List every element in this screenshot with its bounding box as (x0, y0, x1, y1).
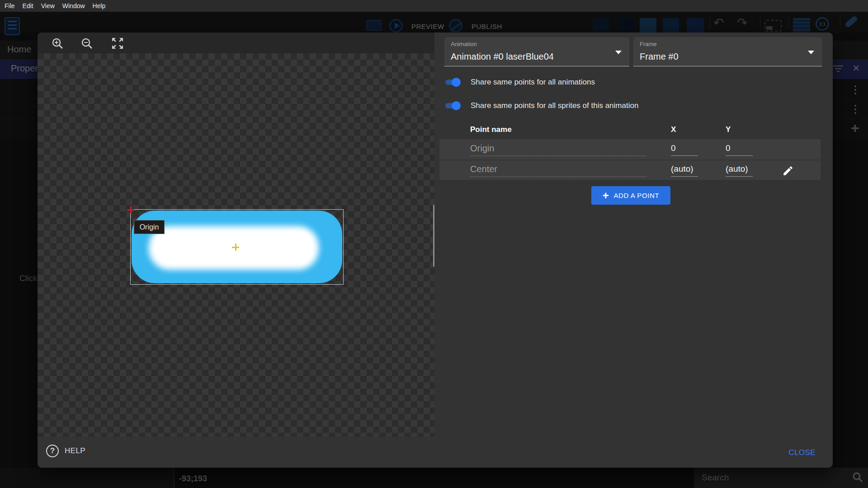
sprite-selection-box: Origin (130, 209, 344, 285)
menu-file[interactable]: File (5, 2, 15, 9)
frame-select-value: Frame #0 (640, 52, 679, 62)
point-name-field: Center (470, 164, 646, 177)
add-a-point-button[interactable]: + ADD A POINT (591, 186, 670, 205)
column-header-name: Point name (470, 125, 512, 134)
menu-bar: File Edit View Window Help (0, 0, 868, 12)
menu-edit[interactable]: Edit (23, 2, 33, 9)
share-points-all-animations-toggle[interactable] (444, 78, 461, 87)
point-x-input[interactable]: (auto) (671, 164, 698, 177)
point-y-input[interactable]: (auto) (726, 164, 753, 177)
points-controls-pane: Animation Animation #0 laserBlue04 Frame… (434, 33, 833, 437)
column-header-x: X (671, 125, 676, 134)
point-x-input[interactable]: 0 (671, 143, 698, 156)
table-row-center: Center (auto) (auto) (439, 160, 821, 180)
help-label: HELP (65, 446, 85, 455)
share-points-all-sprites-toggle[interactable] (444, 101, 461, 110)
origin-point-tooltip: Origin (134, 220, 165, 234)
sprite-preview-pane: Origin (38, 33, 434, 437)
animation-select-label: Animation (451, 41, 477, 47)
point-name-field: Origin (470, 143, 646, 156)
dialog-bottom-bar: ? HELP CLOSE (38, 437, 833, 468)
zoom-out-button[interactable] (80, 37, 93, 50)
pencil-icon (782, 165, 794, 177)
points-table-header: Point name X Y (439, 120, 821, 140)
fit-to-screen-button[interactable] (110, 36, 125, 51)
column-header-y: Y (726, 125, 731, 134)
point-y-input[interactable]: 0 (726, 143, 753, 156)
animation-select-value: Animation #0 laserBlue04 (451, 52, 554, 62)
table-row-origin: Origin 0 0 (439, 139, 821, 160)
chevron-down-icon (808, 51, 814, 54)
points-editor-dialog: Origin Animation Animation #0 laserBlue0… (38, 33, 833, 468)
help-icon: ? (46, 445, 59, 457)
edit-point-button[interactable] (782, 165, 794, 177)
menu-help[interactable]: Help (93, 2, 106, 9)
transparency-canvas[interactable]: Origin (38, 53, 434, 437)
add-a-point-label: ADD A POINT (613, 192, 659, 199)
menu-window[interactable]: Window (62, 2, 85, 9)
frame-select-label: Frame (640, 41, 657, 47)
toggle-label: Share same points for all sprites of thi… (471, 101, 638, 110)
zoom-in-button[interactable] (51, 37, 64, 50)
menu-view[interactable]: View (41, 2, 55, 9)
close-button[interactable]: CLOSE (786, 448, 818, 458)
animation-select[interactable]: Animation Animation #0 laserBlue04 (444, 37, 629, 66)
toggle-label: Share same points for all animations (471, 78, 595, 87)
chevron-down-icon (615, 51, 622, 54)
app-window: File Edit View Window Help PREVIEW (0, 0, 868, 488)
help-button[interactable]: ? HELP (46, 445, 85, 457)
frame-select[interactable]: Frame Frame #0 (633, 37, 822, 66)
